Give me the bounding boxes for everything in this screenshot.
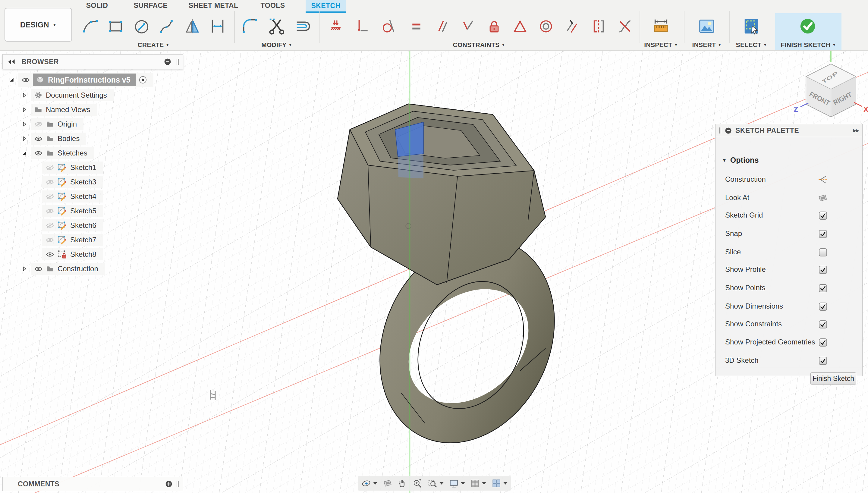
browser-row-bodies[interactable]: Bodies: [22, 133, 86, 145]
tab-tools[interactable]: TOOLS: [256, 0, 290, 11]
equal-constraint-button[interactable]: [408, 14, 425, 39]
collapsed-triangle-icon[interactable]: [22, 266, 27, 272]
concentric-constraint-button[interactable]: [537, 14, 555, 39]
options-section-header[interactable]: ▼Options: [722, 156, 759, 165]
chevron-down-icon[interactable]: [373, 477, 378, 489]
finish-sketch-group-label[interactable]: FINISH SKETCH▼: [772, 40, 845, 49]
tab-solid[interactable]: SOLID: [83, 0, 111, 11]
inspect-group-label[interactable]: INSPECT▼: [637, 40, 685, 49]
tab-sketch[interactable]: SKETCH: [306, 0, 346, 12]
browser-row-sketch8-active[interactable]: Sketch8: [42, 248, 103, 260]
browser-header[interactable]: BROWSER: [2, 54, 183, 69]
design-menu-button[interactable]: DESIGN▼: [4, 8, 72, 42]
add-comment-icon[interactable]: [165, 480, 172, 488]
grid-settings-icon[interactable]: [470, 477, 480, 489]
select-group-label[interactable]: SELECT▼: [729, 40, 774, 49]
browser-row-sketch1[interactable]: Sketch1: [42, 162, 103, 174]
eye-icon[interactable]: [34, 150, 43, 156]
show-profile-checkbox[interactable]: [819, 266, 827, 274]
perpendicular-constraint-button[interactable]: [459, 14, 477, 39]
show-constraints-checkbox[interactable]: [819, 320, 827, 328]
chevron-down-icon[interactable]: [503, 477, 508, 489]
palette-menu-icon[interactable]: [725, 127, 732, 134]
look-at-button-icon[interactable]: [817, 192, 829, 204]
finish-sketch-palette-button[interactable]: Finish Sketch: [810, 372, 856, 385]
zoom-icon[interactable]: [412, 477, 422, 489]
eye-off-icon[interactable]: [46, 223, 54, 229]
eye-off-icon[interactable]: [46, 179, 54, 185]
activate-component-radio[interactable]: [139, 76, 147, 84]
tab-sheet-metal[interactable]: SHEET METAL: [180, 0, 246, 11]
slice-checkbox[interactable]: [819, 248, 827, 256]
line-tool-button[interactable]: [81, 14, 100, 39]
midpoint-constraint-button[interactable]: [511, 14, 529, 39]
orbit-icon[interactable]: [361, 477, 371, 489]
browser-row-origin[interactable]: Origin: [22, 118, 84, 130]
chevron-down-icon[interactable]: [439, 477, 444, 489]
browser-row-construction[interactable]: Construction: [22, 263, 105, 275]
root-component-selected[interactable]: RingForInstructions v5: [33, 73, 136, 86]
spline-tool-button[interactable]: [157, 14, 177, 39]
panel-drag-handle[interactable]: [177, 481, 179, 487]
trim-tool-button[interactable]: [267, 14, 286, 39]
browser-row-sketch5[interactable]: Sketch5: [42, 205, 103, 217]
eye-icon[interactable]: [22, 77, 30, 83]
circle-tool-button[interactable]: [132, 14, 151, 39]
browser-row-sketch7[interactable]: Sketch7: [42, 234, 103, 246]
eye-icon[interactable]: [34, 266, 43, 272]
fix-unfix-constraint-button[interactable]: [485, 14, 503, 39]
finish-sketch-button[interactable]: [798, 14, 817, 39]
insert-image-button[interactable]: [697, 14, 716, 39]
3d-sketch-checkbox[interactable]: [819, 357, 827, 365]
panel-drag-handle[interactable]: [719, 127, 721, 133]
look-at-icon[interactable]: [383, 477, 393, 489]
collapse-right-icon[interactable]: ▶▶: [853, 128, 859, 133]
symmetry-constraint-button[interactable]: [590, 14, 607, 39]
insert-group-label[interactable]: INSERT▼: [684, 40, 729, 49]
browser-row-document-settings[interactable]: Document Settings: [22, 89, 114, 101]
create-group-label[interactable]: CREATE▼: [123, 40, 183, 49]
snap-checkbox[interactable]: [819, 230, 827, 238]
coincident-constraint-button[interactable]: [327, 14, 345, 39]
fillet-tool-button[interactable]: [240, 14, 260, 39]
eye-off-icon[interactable]: [46, 208, 54, 214]
show-points-checkbox[interactable]: [819, 284, 827, 292]
expand-triangle-icon[interactable]: [22, 150, 27, 156]
show-projected-geometries-checkbox[interactable]: [819, 338, 827, 346]
rectangle-tool-button[interactable]: [106, 14, 125, 39]
eye-off-icon[interactable]: [46, 194, 54, 199]
eye-off-icon[interactable]: [46, 165, 54, 171]
modify-group-label[interactable]: MODIFY▼: [246, 40, 307, 49]
collapsed-triangle-icon[interactable]: [22, 136, 27, 141]
select-tool-button[interactable]: [742, 14, 761, 39]
offset-tool-button[interactable]: [294, 14, 313, 39]
tab-surface[interactable]: SURFACE: [132, 0, 170, 11]
view-cube[interactable]: Y TOP FRONT RIGHT Z X: [784, 42, 868, 121]
browser-row-root[interactable]: RingForInstructions v5: [9, 74, 153, 86]
eye-off-icon[interactable]: [34, 122, 43, 127]
constraints-group-label[interactable]: CONSTRAINTS▼: [431, 40, 527, 49]
sketch-grid-checkbox[interactable]: [819, 212, 827, 220]
measure-tool-button[interactable]: [651, 14, 671, 39]
collapsed-triangle-icon[interactable]: [22, 107, 27, 112]
collapsed-triangle-icon[interactable]: [22, 92, 27, 98]
collapsed-triangle-icon[interactable]: [22, 122, 27, 127]
browser-menu-icon[interactable]: [164, 58, 171, 65]
viewports-icon[interactable]: [491, 477, 501, 489]
browser-row-named-views[interactable]: Named Views: [22, 104, 97, 116]
chevron-down-icon[interactable]: [482, 477, 486, 489]
browser-row-sketches[interactable]: Sketches: [22, 147, 94, 159]
curvature-constraint-button[interactable]: [616, 14, 633, 39]
eye-icon[interactable]: [34, 136, 43, 142]
eye-off-icon[interactable]: [46, 237, 54, 243]
parallel-constraint-button[interactable]: [434, 14, 452, 39]
display-settings-icon[interactable]: [449, 477, 459, 489]
window-zoom-icon[interactable]: [427, 477, 438, 489]
comments-bar[interactable]: COMMENTS: [2, 477, 183, 491]
pan-icon[interactable]: [397, 477, 408, 489]
browser-row-sketch3[interactable]: Sketch3: [42, 176, 103, 188]
collinear-constraint-button[interactable]: [563, 14, 581, 39]
eye-icon[interactable]: [46, 252, 54, 257]
browser-row-sketch4[interactable]: Sketch4: [42, 190, 103, 202]
collapse-panel-icon[interactable]: [7, 59, 16, 65]
